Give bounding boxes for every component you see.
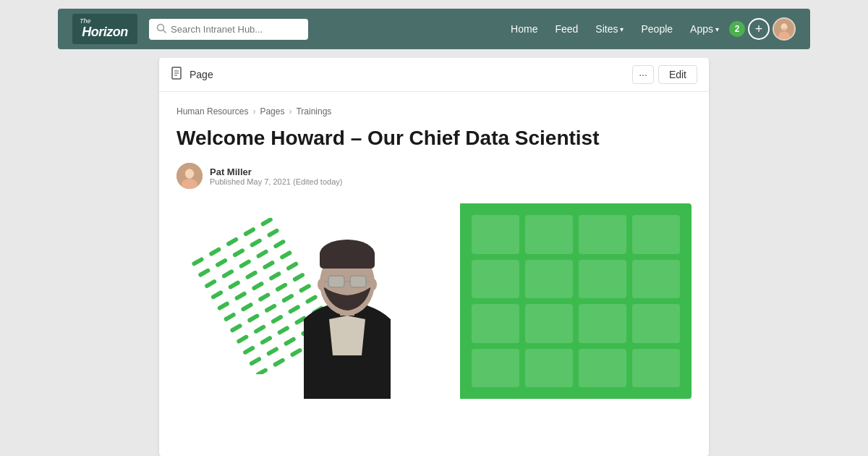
svg-rect-49 — [255, 249, 268, 259]
page-doc-icon — [171, 67, 184, 83]
grid-cell — [525, 215, 573, 254]
hero-image — [176, 203, 692, 399]
svg-rect-50 — [262, 260, 275, 270]
hero-left — [176, 203, 460, 399]
svg-line-1 — [163, 30, 166, 33]
notification-badge[interactable]: 2 — [729, 21, 745, 37]
grid-cell — [632, 215, 680, 254]
svg-rect-33 — [260, 335, 273, 345]
svg-rect-29 — [234, 291, 247, 301]
page-wrapper: Page ··· Edit Human Resources › Pages › … — [159, 58, 709, 456]
page-header-bar: Page ··· Edit — [159, 58, 709, 92]
svg-rect-37 — [232, 248, 245, 258]
more-button[interactable]: ··· — [632, 65, 654, 84]
grid-cell — [472, 349, 519, 388]
grid-cell — [525, 349, 573, 388]
svg-rect-30 — [240, 303, 253, 313]
svg-rect-58 — [260, 218, 273, 227]
svg-rect-47 — [243, 227, 256, 237]
svg-rect-27 — [221, 269, 234, 279]
add-button[interactable]: + — [748, 18, 770, 40]
main-container: Page ··· Edit Human Resources › Pages › … — [0, 58, 868, 456]
edit-button[interactable]: Edit — [658, 65, 697, 84]
search-bar[interactable] — [149, 19, 308, 40]
svg-point-13 — [185, 169, 194, 179]
person-silhouette — [275, 203, 420, 399]
breadcrumb-sep-2: › — [289, 106, 292, 117]
logo-horizon: Horizon — [82, 25, 128, 40]
navbar: The Horizon Home Feed Sites ▾ People App… — [58, 9, 810, 49]
logo[interactable]: The Horizon — [72, 14, 137, 44]
grid-cell — [579, 304, 626, 343]
svg-point-4 — [778, 32, 790, 41]
breadcrumb-sep-1: › — [252, 106, 255, 117]
grid-cell — [632, 304, 680, 343]
svg-rect-23 — [249, 357, 262, 367]
svg-rect-24 — [255, 368, 268, 375]
page-actions: ··· Edit — [632, 65, 697, 84]
author-name: Pat Miller — [210, 166, 342, 177]
hero-right — [460, 203, 692, 399]
svg-rect-31 — [247, 313, 260, 324]
svg-rect-16 — [204, 279, 217, 289]
svg-rect-32 — [253, 324, 266, 334]
svg-rect-72 — [320, 250, 375, 269]
svg-rect-38 — [239, 259, 252, 269]
svg-rect-18 — [217, 301, 230, 311]
sites-chevron-icon: ▾ — [620, 25, 624, 33]
page-content: Human Resources › Pages › Trainings Welc… — [159, 92, 709, 456]
svg-point-79 — [370, 279, 377, 290]
svg-rect-14 — [191, 257, 204, 267]
search-input[interactable] — [171, 24, 301, 35]
grid-cell — [472, 260, 519, 299]
grid-cell — [579, 260, 626, 299]
nav-apps[interactable]: Apps ▾ — [683, 19, 726, 39]
svg-rect-22 — [242, 345, 255, 355]
grid-cell — [579, 215, 626, 254]
svg-rect-41 — [258, 292, 271, 303]
author-row: Pat Miller Published May 7, 2021 (Edited… — [176, 163, 692, 189]
page-title: Welcome Howard – Our Chief Data Scientis… — [176, 125, 692, 151]
svg-rect-74 — [350, 276, 366, 287]
nav-people[interactable]: People — [634, 19, 680, 39]
avatar[interactable] — [773, 17, 796, 41]
apps-chevron-icon: ▾ — [715, 25, 719, 33]
grid-cell — [579, 349, 626, 388]
nav-home[interactable]: Home — [503, 19, 545, 39]
svg-point-78 — [318, 279, 325, 290]
svg-rect-39 — [244, 270, 258, 280]
breadcrumb-trainings[interactable]: Trainings — [296, 106, 331, 117]
search-icon — [156, 23, 166, 35]
grid-cell — [525, 304, 573, 343]
svg-rect-17 — [210, 290, 224, 300]
grid-cell — [632, 260, 680, 299]
svg-rect-48 — [250, 238, 263, 248]
grid-cell — [632, 349, 680, 388]
grid-cell — [525, 260, 573, 299]
nav-links: Home Feed Sites ▾ People Apps ▾ 2 + — [503, 17, 796, 41]
svg-rect-20 — [229, 324, 242, 334]
grid-cell — [472, 304, 519, 343]
nav-feed[interactable]: Feed — [548, 19, 585, 39]
author-avatar[interactable] — [176, 163, 203, 189]
svg-rect-73 — [328, 276, 344, 287]
grid-cell — [472, 215, 519, 254]
breadcrumb-hr[interactable]: Human Resources — [176, 106, 248, 117]
author-date: Published May 7, 2021 (Edited today) — [210, 177, 342, 186]
svg-rect-28 — [228, 280, 241, 290]
svg-rect-40 — [251, 282, 264, 292]
svg-rect-21 — [236, 334, 249, 345]
author-info: Pat Miller Published May 7, 2021 (Edited… — [210, 166, 342, 186]
svg-rect-15 — [197, 268, 210, 278]
breadcrumb-pages[interactable]: Pages — [260, 106, 284, 117]
nav-sites[interactable]: Sites ▾ — [588, 19, 631, 39]
page-type-label: Page — [190, 69, 213, 80]
svg-rect-25 — [208, 247, 221, 257]
svg-rect-26 — [215, 258, 228, 268]
svg-rect-36 — [226, 237, 239, 247]
svg-rect-19 — [224, 312, 237, 322]
breadcrumb: Human Resources › Pages › Trainings — [176, 106, 692, 117]
